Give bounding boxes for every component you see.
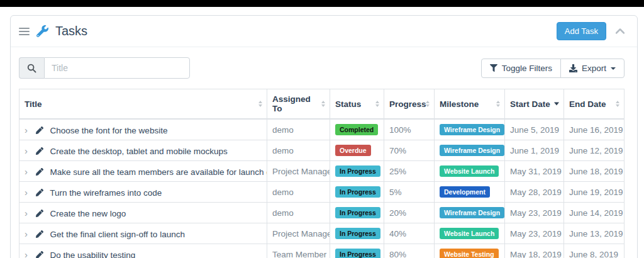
assigned-to-cell: demo (267, 119, 330, 140)
top-black-strip (0, 0, 644, 7)
page-title: Tasks (55, 24, 87, 38)
status-badge: In Progress (335, 249, 380, 258)
end-date-cell: June 8, 2019 (564, 244, 625, 258)
edit-pencil-icon[interactable] (36, 230, 43, 238)
expand-chevron-icon[interactable]: › (25, 228, 28, 239)
export-label: Export (582, 64, 606, 73)
collapse-chevron-icon[interactable] (616, 28, 625, 34)
milestone-badge: Wireframe Design (440, 207, 504, 218)
task-title-cell: › Make sure all the team members are ava… (19, 161, 267, 182)
table-row: › Choose the font for the website demo C… (19, 119, 625, 140)
export-button[interactable]: Export (560, 59, 625, 78)
add-task-button[interactable]: Add Task (557, 22, 606, 40)
start-date-cell: May 18, 2019 (505, 244, 564, 258)
download-icon (569, 64, 577, 72)
milestone-cell: Website Launch (435, 161, 505, 182)
progress-cell: 100% (384, 119, 435, 140)
milestone-cell: Website Testing (435, 244, 505, 258)
assigned-to-cell: demo (267, 140, 330, 161)
sort-icon[interactable] (375, 101, 379, 107)
end-date-cell: June 18, 2019 (564, 161, 625, 182)
task-title[interactable]: Create the new logo (50, 209, 126, 218)
toggle-filters-label: Toggle Filters (502, 64, 552, 73)
milestone-badge: Website Launch (440, 228, 499, 239)
milestone-badge: Wireframe Design (440, 145, 504, 156)
menu-icon[interactable] (19, 26, 30, 36)
milestone-badge: Development (440, 186, 490, 198)
table-row: › Make sure all the team members are ava… (19, 161, 625, 182)
status-cell: In Progress (330, 223, 384, 244)
column-header-label: Status (335, 99, 361, 109)
expand-chevron-icon[interactable]: › (25, 166, 28, 177)
table-row: › Create the new logo demo In Progress 2… (19, 203, 625, 223)
panel-header: Tasks Add Task (11, 16, 637, 47)
task-title[interactable]: Do the usability testing (50, 250, 136, 258)
column-header-label: Start Date (510, 99, 550, 109)
task-title[interactable]: Create the desktop, tablet and mobile mo… (50, 147, 228, 156)
expand-chevron-icon[interactable]: › (25, 145, 28, 156)
start-date-cell: May 23, 2019 (505, 223, 564, 244)
sort-icon[interactable] (616, 101, 619, 107)
edit-pencil-icon[interactable] (36, 210, 43, 217)
status-cell: In Progress (330, 182, 384, 203)
sort-icon[interactable] (496, 101, 500, 107)
column-header-label: Progress (389, 99, 426, 109)
tasks-table: Title Assigned To Status Progress Milest… (19, 89, 625, 258)
column-header[interactable]: End Date (564, 89, 625, 120)
sort-icon[interactable] (554, 103, 559, 106)
task-title[interactable]: Choose the font for the website (50, 126, 168, 135)
task-title-cell: › Get the final client sign-off to launc… (19, 223, 267, 244)
sort-icon[interactable] (321, 101, 325, 107)
assigned-to-cell: demo (267, 182, 330, 203)
edit-pencil-icon[interactable] (36, 168, 43, 176)
table-row: › Do the usability testing Team Member I… (19, 244, 625, 258)
column-header[interactable]: Progress (384, 89, 435, 120)
table-actions-group: Toggle Filters Export (481, 59, 625, 78)
column-header-label: End Date (569, 99, 606, 109)
search-input[interactable] (44, 57, 190, 79)
sort-icon[interactable] (426, 101, 430, 107)
status-cell: In Progress (330, 203, 384, 223)
end-date-cell: June 13, 2019 (564, 223, 625, 244)
table-header-row: Title Assigned To Status Progress Milest… (19, 89, 625, 120)
end-date-cell: June 16, 2019 (564, 119, 625, 140)
column-header[interactable]: Assigned To (267, 89, 330, 120)
task-title-cell: › Choose the font for the website (19, 119, 267, 140)
assigned-to-cell: Team Member (267, 244, 330, 258)
expand-chevron-icon[interactable]: › (25, 125, 28, 135)
column-header[interactable]: Status (330, 89, 384, 120)
task-title[interactable]: Turn the wireframes into code (50, 188, 162, 198)
expand-chevron-icon[interactable]: › (25, 187, 28, 198)
edit-pencil-icon[interactable] (36, 147, 43, 155)
edit-pencil-icon[interactable] (36, 251, 43, 258)
start-date-cell: May 31, 2019 (505, 161, 564, 182)
column-header[interactable]: Title (19, 89, 267, 120)
end-date-cell: June 19, 2019 (564, 182, 625, 203)
edit-pencil-icon[interactable] (36, 126, 43, 134)
edit-pencil-icon[interactable] (36, 189, 43, 196)
task-title-cell: › Create the desktop, tablet and mobile … (19, 140, 267, 161)
expand-chevron-icon[interactable]: › (25, 208, 28, 218)
progress-cell: 80% (384, 244, 435, 258)
search-addon (19, 57, 44, 79)
status-badge: In Progress (335, 207, 380, 218)
progress-cell: 20% (384, 203, 435, 223)
task-title[interactable]: Make sure all the team members are avail… (50, 167, 267, 177)
task-title[interactable]: Get the final client sign-off to launch (50, 230, 185, 239)
status-cell: Completed (330, 119, 384, 140)
sort-icon[interactable] (258, 101, 262, 107)
status-badge: In Progress (335, 228, 380, 239)
end-date-cell: June 14, 2019 (564, 203, 625, 223)
status-badge: Overdue (335, 145, 371, 156)
column-header[interactable]: Start Date (505, 89, 564, 120)
start-date-cell: June 1, 2019 (505, 140, 564, 161)
toggle-filters-button[interactable]: Toggle Filters (481, 59, 561, 78)
task-title-cell: › Do the usability testing (19, 244, 267, 258)
expand-chevron-icon[interactable]: › (25, 249, 28, 258)
column-header[interactable]: Milestone (435, 89, 505, 120)
progress-cell: 25% (384, 161, 435, 182)
assigned-to-cell: Project Manager (267, 161, 330, 182)
column-header-label: Assigned To (272, 94, 311, 113)
task-title-cell: › Turn the wireframes into code (19, 182, 267, 203)
milestone-cell: Wireframe Design (435, 140, 505, 161)
